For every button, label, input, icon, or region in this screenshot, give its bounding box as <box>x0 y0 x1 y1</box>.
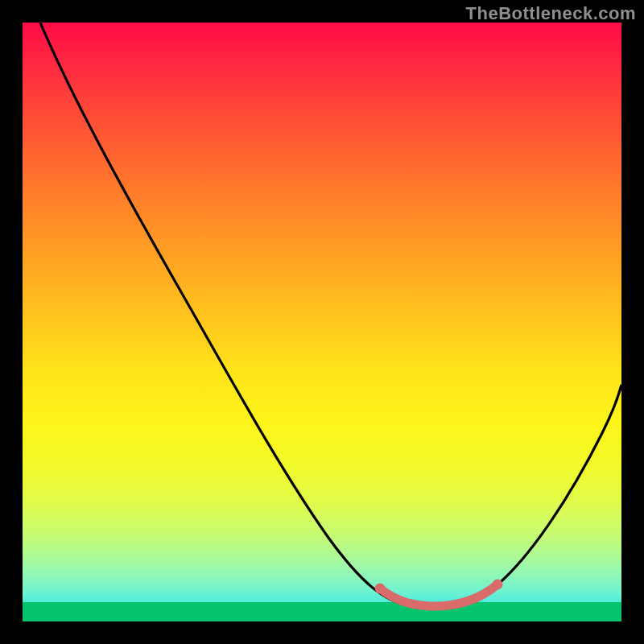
sweet-spot-path <box>380 584 497 606</box>
bottleneck-curve <box>23 23 621 621</box>
sweet-spot-end-dot <box>493 580 503 590</box>
curve-path <box>40 23 621 606</box>
sweet-spot-start-dot <box>375 584 386 594</box>
chart-plot-area <box>23 23 621 621</box>
watermark-text: TheBottleneck.com <box>466 3 636 24</box>
